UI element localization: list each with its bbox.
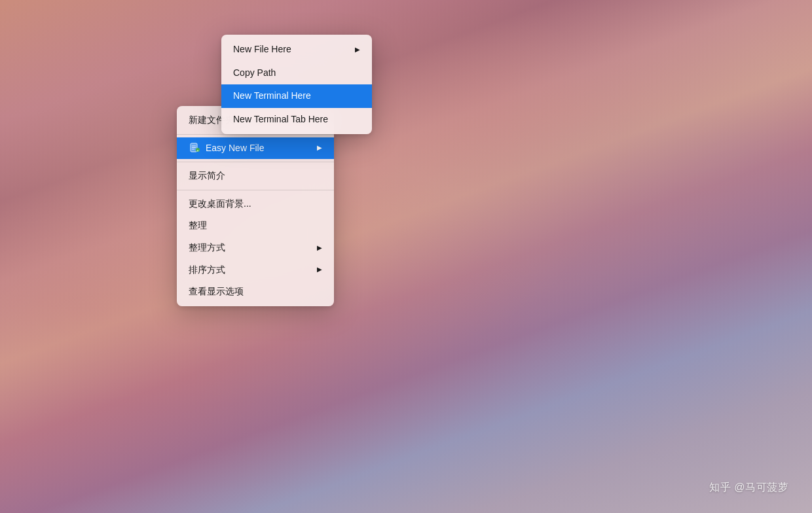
menu-item-show-view-options-label: 查看显示选项: [189, 285, 322, 298]
easy-new-file-arrow: ▶: [317, 143, 322, 152]
svg-text:+: +: [197, 149, 199, 152]
menu-item-easy-new-file[interactable]: + Easy New File ▶: [177, 137, 334, 160]
sort-by-arrow: ▶: [317, 265, 322, 274]
menu-item-sort-by[interactable]: 排序方式 ▶: [177, 259, 334, 281]
easy-new-file-icon: +: [189, 142, 200, 154]
submenu-item-new-terminal-tab-here-label: New Terminal Tab Here: [233, 113, 360, 126]
submenu-item-new-file-here-label: New File Here: [233, 43, 350, 56]
menu-item-clean-up[interactable]: 整理: [177, 215, 334, 237]
menu-item-sort-by-label: 排序方式: [189, 264, 312, 277]
menu-item-clean-up-by-label: 整理方式: [189, 241, 312, 255]
submenu-item-copy-path-label: Copy Path: [233, 67, 360, 80]
submenu-item-copy-path[interactable]: Copy Path: [221, 62, 372, 85]
context-menu: 新建文件夹 + Easy New File ▶ 显示简介 更改桌面背景...: [177, 106, 334, 306]
menu-item-clean-up-by[interactable]: 整理方式 ▶: [177, 237, 334, 259]
new-file-here-arrow: ▶: [355, 45, 360, 54]
menu-item-show-info-label: 显示简介: [189, 169, 322, 183]
submenu-item-new-file-here[interactable]: New File Here ▶: [221, 38, 372, 62]
menu-item-change-wallpaper[interactable]: 更改桌面背景...: [177, 193, 334, 215]
desktop-background: [0, 0, 812, 513]
submenu-easy-new-file: New File Here ▶ Copy Path New Terminal H…: [221, 35, 372, 134]
menu-item-change-wallpaper-label: 更改桌面背景...: [189, 198, 322, 211]
menu-item-show-info[interactable]: 显示简介: [177, 165, 334, 187]
submenu-item-new-terminal-here-label: New Terminal Here: [233, 90, 360, 103]
menu-separator-3: [177, 190, 334, 190]
menu-separator-2: [177, 162, 334, 162]
clean-up-by-arrow: ▶: [317, 243, 322, 253]
easy-new-file-text: Easy New File: [206, 142, 264, 155]
submenu-item-new-terminal-here[interactable]: New Terminal Here: [221, 84, 372, 108]
watermark: 知乎 @马可菠萝: [709, 481, 788, 495]
menu-item-clean-up-label: 整理: [189, 219, 322, 232]
menu-item-easy-new-file-label: + Easy New File: [189, 142, 312, 155]
submenu-item-new-terminal-tab-here[interactable]: New Terminal Tab Here: [221, 108, 372, 132]
watermark-text: 知乎 @马可菠萝: [709, 482, 788, 493]
menu-item-show-view-options[interactable]: 查看显示选项: [177, 281, 334, 303]
